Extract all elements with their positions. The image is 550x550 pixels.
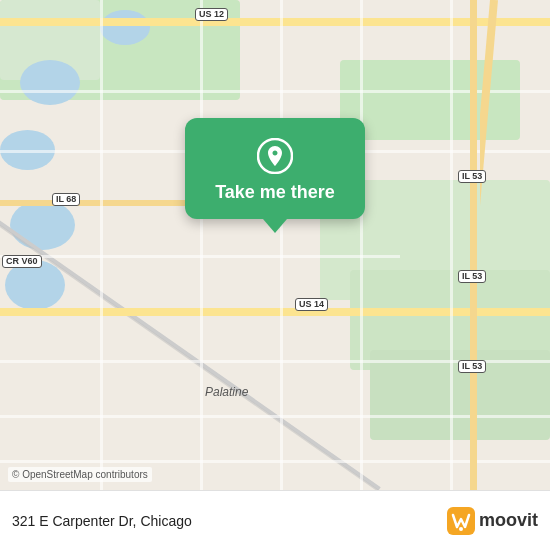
label-il53-3: IL 53 — [458, 360, 486, 373]
road-il53 — [470, 0, 477, 490]
road-h6 — [0, 460, 550, 463]
road-v3 — [280, 0, 283, 490]
map-container: US 12 IL 68 US 14 IL 53 IL 53 IL 53 CR V… — [0, 0, 550, 550]
moovit-logo: moovit — [447, 507, 538, 535]
popup-label: Take me there — [215, 182, 335, 203]
road-v5 — [450, 0, 453, 490]
label-il53-1: IL 53 — [458, 170, 486, 183]
road-v2 — [200, 0, 203, 490]
moovit-logo-text: moovit — [479, 510, 538, 531]
label-us14: US 14 — [295, 298, 328, 311]
highway-right — [480, 0, 530, 300]
il53-shield-3: IL 53 — [458, 360, 486, 373]
address-label: 321 E Carpenter Dr, Chicago — [12, 513, 192, 529]
label-il68: IL 68 — [52, 193, 80, 206]
road-v1 — [100, 0, 103, 490]
crv60-shield: CR V60 — [2, 255, 42, 268]
bottom-bar: 321 E Carpenter Dr, Chicago moovit — [0, 490, 550, 550]
map-attribution: © OpenStreetMap contributors — [8, 467, 152, 482]
road-us14 — [0, 308, 550, 316]
label-il53-2: IL 53 — [458, 270, 486, 283]
svg-point-2 — [459, 527, 463, 531]
road-us12 — [0, 18, 550, 26]
road-h1 — [0, 90, 550, 93]
label-us12: US 12 — [195, 8, 228, 21]
road-h5 — [0, 415, 550, 418]
moovit-logo-icon — [447, 507, 475, 535]
il53-shield-1: IL 53 — [458, 170, 486, 183]
location-pin-icon — [257, 138, 293, 174]
water-1 — [20, 60, 80, 105]
il53-shield-2: IL 53 — [458, 270, 486, 283]
us12-shield: US 12 — [195, 8, 228, 21]
highway-curve — [480, 0, 498, 300]
il68-shield: IL 68 — [52, 193, 80, 206]
popup-card[interactable]: Take me there — [185, 118, 365, 219]
label-crv60: CR V60 — [2, 255, 42, 268]
water-3 — [10, 200, 75, 250]
road-v4 — [360, 0, 363, 490]
city-label-palatine: Palatine — [205, 385, 248, 399]
us14-shield: US 14 — [295, 298, 328, 311]
water-5 — [100, 10, 150, 45]
